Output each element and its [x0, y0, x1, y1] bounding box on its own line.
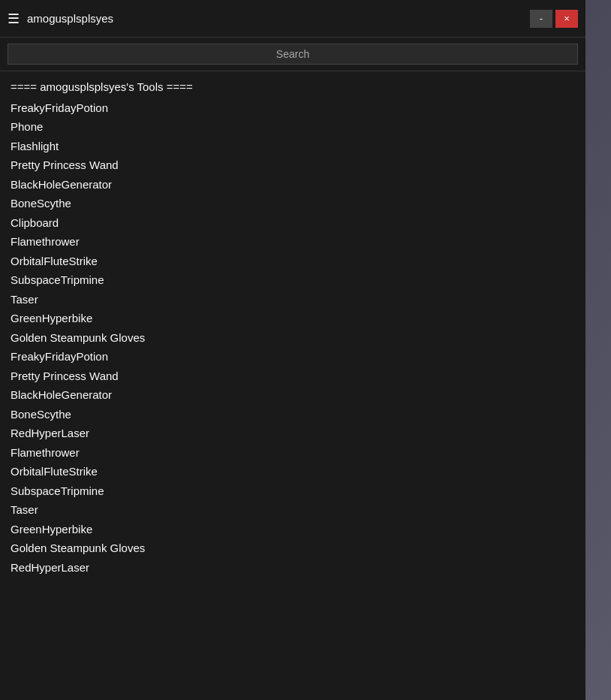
list-item[interactable]: Taser	[11, 290, 575, 309]
list-item[interactable]: Flashlight	[11, 137, 575, 156]
main-window: ☰ amogusplsplsyes - × ==== amogusplsplsy…	[0, 0, 585, 700]
list-item[interactable]: BlackHoleGenerator	[11, 175, 575, 195]
list-item[interactable]: Golden Steampunk Gloves	[11, 328, 575, 348]
list-item[interactable]: Clipboard	[11, 213, 575, 233]
list-item[interactable]: Taser	[11, 500, 575, 520]
list-item[interactable]: OrbitalFluteStrike	[11, 462, 575, 481]
content-list: ==== amogusplsplsyes's Tools ==== Freaky…	[0, 71, 585, 700]
list-item[interactable]: FreakyFridayPotion	[11, 98, 575, 118]
list-item[interactable]: Phone	[11, 117, 575, 137]
hamburger-icon[interactable]: ☰	[8, 11, 20, 27]
close-button[interactable]: ×	[555, 10, 578, 28]
search-bar	[0, 38, 585, 71]
list-item[interactable]: RedHyperLaser	[11, 424, 575, 443]
title-bar: ☰ amogusplsplsyes - ×	[0, 0, 585, 38]
list-item[interactable]: FreakyFridayPotion	[11, 347, 575, 367]
search-input[interactable]	[8, 44, 578, 65]
list-header: ==== amogusplsplsyes's Tools ====	[11, 77, 575, 97]
list-item[interactable]: Golden Steampunk Gloves	[11, 539, 575, 558]
list-item[interactable]: SubspaceTripmine	[11, 270, 575, 290]
list-item[interactable]: BoneScythe	[11, 405, 575, 424]
list-item[interactable]: BlackHoleGenerator	[11, 385, 575, 405]
list-item[interactable]: Pretty Princess Wand	[11, 367, 575, 386]
window-title: amogusplsplsyes	[27, 12, 530, 25]
list-item[interactable]: Pretty Princess Wand	[11, 155, 575, 175]
list-item[interactable]: Flamethrower	[11, 232, 575, 252]
window-controls: - ×	[530, 10, 578, 28]
list-item[interactable]: GreenHyperbike	[11, 520, 575, 539]
list-item[interactable]: Flamethrower	[11, 443, 575, 463]
minimize-button[interactable]: -	[530, 10, 552, 28]
list-item[interactable]: OrbitalFluteStrike	[11, 252, 575, 271]
list-item[interactable]: GreenHyperbike	[11, 309, 575, 328]
list-item[interactable]: RedHyperLaser	[11, 558, 575, 578]
list-item[interactable]: SubspaceTripmine	[11, 481, 575, 501]
list-item[interactable]: BoneScythe	[11, 194, 575, 213]
